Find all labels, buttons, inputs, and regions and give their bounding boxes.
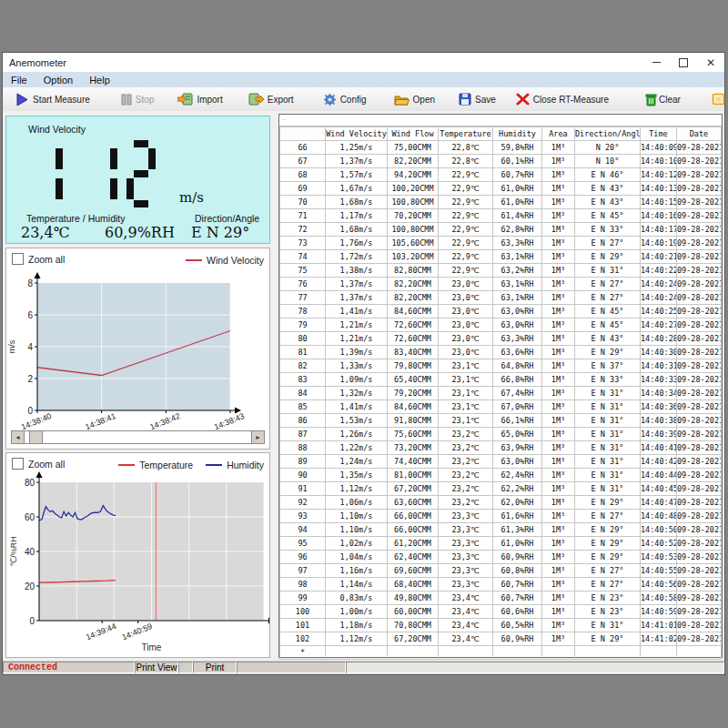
table-cell[interactable]: 1,14m/s (326, 578, 388, 592)
table-cell[interactable]: 59,8%RH (493, 141, 542, 155)
minimize-button[interactable] (642, 54, 670, 72)
table-cell[interactable]: E N 43° (575, 182, 641, 196)
table-cell[interactable]: E N 27° (575, 237, 641, 250)
table-cell[interactable]: 14:40:38 (641, 414, 677, 428)
table-cell[interactable]: 23,4℃ (439, 619, 493, 632)
table-cell[interactable]: 70,80CMM (388, 619, 439, 632)
table-cell[interactable]: 66,1%RH (493, 414, 542, 428)
table-cell[interactable]: E N 31° (575, 264, 641, 278)
table-cell[interactable]: 82,20CMM (388, 155, 439, 168)
table-cell[interactable]: 09-28-2021 (677, 441, 722, 455)
table-row[interactable]: 801,21m/s72,60CMM23,0℃63,3%RH1M³E N 43°1… (280, 332, 722, 346)
table-cell[interactable]: 1,18m/s (326, 619, 388, 632)
table-cell[interactable]: 63,3%RH (493, 332, 542, 346)
table-cell[interactable]: 63,9%RH (493, 441, 542, 455)
stop-button[interactable]: Stop (116, 92, 160, 107)
table-cell[interactable]: E N 37° (575, 359, 641, 373)
table-cell[interactable]: 14:41:02 (641, 632, 677, 646)
table-row[interactable]: 881,22m/s73,20CMM23,2℃63,9%RH1M³E N 31°1… (280, 441, 722, 455)
table-cell[interactable]: 22,8℃ (439, 141, 493, 155)
table-cell[interactable]: 60,7%RH (493, 592, 542, 605)
table-cell[interactable]: E N 43° (575, 332, 641, 346)
table-cell[interactable]: E N 27° (575, 578, 641, 592)
table-cell[interactable]: 75 (280, 264, 326, 278)
table-row[interactable]: 811,39m/s83,40CMM23,0℃63,6%RH1M³E N 29°1… (280, 346, 722, 359)
table-cell[interactable]: 14:40:17 (641, 223, 677, 237)
table-cell[interactable]: 23,3℃ (439, 537, 493, 551)
table-header-cell[interactable]: Temperature (439, 127, 493, 141)
table-cell[interactable]: 70,20CMM (388, 209, 439, 223)
table-cell[interactable]: E N 31° (575, 619, 641, 632)
table-cell[interactable]: 63,3%RH (493, 237, 542, 250)
table-cell[interactable]: 14:40:13 (641, 182, 677, 196)
table-row[interactable]: 771,37m/s82,20CMM23,0℃63,1%RH1M³E N 27°1… (280, 291, 722, 305)
table-cell[interactable]: 1,38m/s (326, 264, 388, 278)
table-cell[interactable]: 67,4%RH (493, 387, 542, 400)
table-cell[interactable]: 09-28-2021 (677, 551, 722, 564)
table-cell[interactable]: 09-28-2021 (677, 168, 722, 182)
table-cell[interactable]: 67,20CMM (388, 482, 439, 496)
table-cell[interactable]: 14:40:34 (641, 387, 677, 400)
table-cell[interactable]: 22,9℃ (439, 168, 493, 182)
table-row[interactable]: 721,68m/s100,80CMM22,9℃62,8%RH1M³E N 33°… (280, 223, 722, 237)
table-cell[interactable]: 09-28-2021 (677, 523, 722, 537)
table-cell[interactable]: 68 (280, 168, 326, 182)
table-cell[interactable]: 1,26m/s (326, 428, 388, 441)
table-cell[interactable]: 09-28-2021 (677, 414, 722, 428)
table-cell[interactable]: 1M³ (542, 359, 575, 373)
table-cell[interactable]: 1M³ (542, 291, 575, 305)
table-row[interactable]: 751,38m/s82,80CMM22,9℃63,2%RH1M³E N 31°1… (280, 264, 722, 278)
table-cell[interactable] (542, 646, 575, 660)
table-cell[interactable]: 1M³ (542, 155, 575, 168)
table-cell[interactable]: 1M³ (542, 237, 575, 250)
table-cell[interactable]: E N 29° (575, 250, 641, 264)
table-cell[interactable]: 79,20CMM (388, 387, 439, 400)
table-row[interactable]: 891,24m/s74,40CMM23,2℃63,0%RH1M³E N 31°1… (280, 455, 722, 469)
table-cell[interactable]: 49,80CMM (388, 592, 439, 605)
table-cell[interactable]: 09-28-2021 (677, 400, 722, 414)
maximize-button[interactable] (670, 54, 697, 72)
table-cell[interactable]: 14:40:50 (641, 523, 677, 537)
table-cell[interactable]: 80 (280, 332, 326, 346)
table-cell[interactable]: 1M³ (542, 332, 575, 346)
table-cell[interactable]: E N 33° (575, 373, 641, 387)
table-cell[interactable]: 1,57m/s (326, 168, 388, 182)
table-cell[interactable]: 14:40:55 (641, 564, 677, 578)
table-cell[interactable]: E N 23° (575, 605, 641, 619)
table-cell[interactable]: 61,20CMM (388, 537, 439, 551)
table-cell[interactable]: 09-28-2021 (677, 291, 722, 305)
table-cell[interactable]: 1,41m/s (326, 305, 388, 318)
table-header-cell[interactable] (280, 127, 326, 141)
table-cell[interactable]: 60,9%RH (493, 551, 542, 564)
table-cell[interactable]: 1M³ (542, 592, 575, 605)
table-cell[interactable]: 23,1℃ (439, 414, 493, 428)
table-cell[interactable]: 1M³ (542, 632, 575, 646)
table-cell[interactable]: 14:40:24 (641, 291, 677, 305)
table-cell[interactable]: 14:40:31 (641, 359, 677, 373)
table-cell[interactable]: 65,0%RH (493, 428, 542, 441)
table-cell[interactable]: 60,1%RH (493, 155, 542, 168)
table-cell[interactable]: 73 (280, 237, 326, 250)
table-cell[interactable]: 14:40:41 (641, 441, 677, 455)
table-cell[interactable]: 92 (280, 496, 326, 510)
table-row[interactable]: 1021,12m/s67,20CMM23,4℃60,9%RH1M³E N 29°… (280, 632, 722, 646)
table-cell[interactable]: E N 46° (575, 168, 641, 182)
table-cell[interactable]: 22,9℃ (439, 250, 493, 264)
table-cell[interactable]: 84,60CMM (388, 400, 439, 414)
table-cell[interactable]: 14:40:59 (641, 605, 677, 619)
table-cell[interactable]: 63,0%RH (493, 318, 542, 332)
table-cell[interactable]: E N 29° (575, 346, 641, 359)
table-cell[interactable]: 09-28-2021 (677, 387, 722, 400)
table-cell[interactable]: 09-28-2021 (677, 428, 722, 441)
table-cell[interactable]: 1M³ (542, 400, 575, 414)
table-cell[interactable]: 14:40:56 (641, 578, 677, 592)
table-row[interactable]: 990,83m/s49,80CMM23,4℃60,7%RH1M³E N 23°1… (280, 592, 722, 605)
close-button[interactable]: ✕ (697, 54, 724, 72)
table-cell[interactable]: 23,4℃ (439, 605, 493, 619)
table-cell[interactable]: 63,2%RH (493, 264, 542, 278)
table-cell[interactable]: 77 (280, 291, 326, 305)
table-cell[interactable]: 1M³ (542, 387, 575, 400)
table-row[interactable]: 711,17m/s70,20CMM22,9℃61,4%RH1M³E N 45°1… (280, 209, 722, 223)
chart1-scrollbar[interactable]: ◄ ► (11, 430, 265, 444)
table-cell[interactable]: 60,7%RH (493, 578, 542, 592)
